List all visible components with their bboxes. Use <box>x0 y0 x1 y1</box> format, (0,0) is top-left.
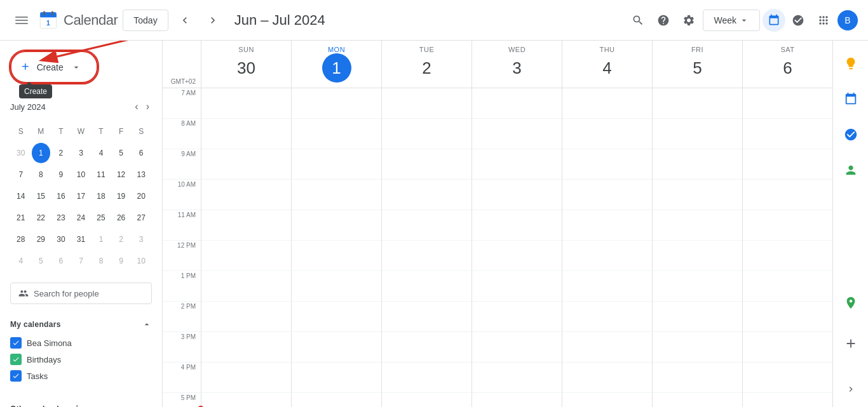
mini-day[interactable]: 5 <box>112 143 131 163</box>
calendar-item-bea-simona[interactable]: Bea Simona <box>10 335 152 351</box>
grid-cell[interactable] <box>742 119 832 149</box>
expand-right-button[interactable] <box>838 377 864 402</box>
grid-cell[interactable] <box>291 149 381 180</box>
grid-cell[interactable] <box>291 180 381 210</box>
calendar-item-tasks[interactable]: Tasks <box>10 368 152 384</box>
mini-day[interactable]: 2 <box>51 143 71 163</box>
help-button[interactable] <box>652 9 675 32</box>
grid-cell[interactable] <box>652 210 742 241</box>
other-calendars-header[interactable]: Other calendars + <box>10 394 152 407</box>
grid-cell[interactable] <box>742 180 832 210</box>
avatar[interactable]: B <box>837 10 858 30</box>
calendar-item-birthdays[interactable]: Birthdays <box>10 351 152 368</box>
grid-cell[interactable] <box>742 88 832 119</box>
next-button[interactable] <box>201 9 224 32</box>
tasks-view-button[interactable] <box>787 9 810 32</box>
mini-day[interactable]: 14 <box>11 186 31 206</box>
fri-num[interactable]: 5 <box>683 53 712 83</box>
grid-cell[interactable] <box>742 149 832 180</box>
grid-cell[interactable] <box>652 180 742 210</box>
tasks-side-button[interactable] <box>838 122 864 147</box>
grid-cell[interactable] <box>201 210 291 241</box>
mini-day[interactable]: 22 <box>32 208 51 228</box>
mini-day[interactable]: 13 <box>132 164 151 185</box>
grid-cell[interactable] <box>291 241 381 271</box>
mini-day[interactable]: 7 <box>72 251 91 271</box>
menu-button[interactable] <box>10 9 33 32</box>
grid-cell[interactable] <box>652 302 742 332</box>
mini-day[interactable]: 9 <box>112 251 131 271</box>
mini-day[interactable]: 10 <box>132 251 151 271</box>
mini-day[interactable]: 30 <box>11 143 31 163</box>
mini-day[interactable]: 30 <box>51 229 71 250</box>
today-button[interactable]: Today <box>123 10 168 31</box>
view-selector[interactable]: Week <box>703 10 760 31</box>
grid-cell[interactable] <box>381 241 471 271</box>
mini-day[interactable]: 15 <box>32 186 51 206</box>
grid-cell[interactable] <box>291 332 381 363</box>
grid-cell[interactable] <box>652 241 742 271</box>
mini-day[interactable]: 1 <box>32 143 51 163</box>
mini-day[interactable]: 21 <box>11 208 31 228</box>
grid-cell[interactable] <box>471 302 562 332</box>
my-calendars-header[interactable]: My calendars <box>10 314 152 335</box>
mini-day[interactable]: 4 <box>11 251 31 271</box>
grid-cell[interactable] <box>471 241 562 271</box>
grid-cell[interactable] <box>471 332 562 363</box>
mini-day[interactable]: 8 <box>32 164 51 185</box>
grid-cell[interactable] <box>652 88 742 119</box>
grid-cell[interactable] <box>471 393 562 407</box>
mon-num[interactable]: 1 <box>322 53 351 83</box>
mini-day[interactable]: 19 <box>112 186 131 206</box>
grid-cell[interactable] <box>562 241 652 271</box>
grid-cell[interactable] <box>562 149 652 180</box>
grid-cell[interactable] <box>742 271 832 302</box>
mini-day[interactable]: 25 <box>92 208 111 228</box>
mini-day[interactable]: 7 <box>11 164 31 185</box>
mini-day[interactable]: 16 <box>51 186 71 206</box>
mini-day[interactable]: 10 <box>72 164 91 185</box>
tue-num[interactable]: 2 <box>412 53 442 83</box>
grid-cell[interactable] <box>471 88 562 119</box>
grid-cell[interactable] <box>471 149 562 180</box>
grid-cell[interactable] <box>381 271 471 302</box>
mini-day[interactable]: 31 <box>72 229 91 250</box>
grid-cell[interactable] <box>742 210 832 241</box>
grid-cell[interactable] <box>291 363 381 393</box>
grid-cell[interactable] <box>201 393 291 407</box>
mini-day[interactable]: 23 <box>51 208 71 228</box>
thu-num[interactable]: 4 <box>593 53 622 83</box>
search-button[interactable] <box>627 9 649 32</box>
grid-cell[interactable] <box>471 210 562 241</box>
grid-cell[interactable] <box>291 119 381 149</box>
grid-cell[interactable] <box>471 363 562 393</box>
apps-button[interactable] <box>812 9 835 32</box>
mini-day[interactable]: 11 <box>92 164 111 185</box>
grid-cell[interactable] <box>562 363 652 393</box>
grid-cell[interactable] <box>742 332 832 363</box>
mini-day[interactable]: 29 <box>32 229 51 250</box>
grid-cell[interactable] <box>652 149 742 180</box>
grid-cell[interactable] <box>201 149 291 180</box>
prev-button[interactable] <box>173 9 196 32</box>
grid-cell[interactable] <box>471 180 562 210</box>
calendar-side-button[interactable] <box>838 86 864 112</box>
grid-cell[interactable] <box>201 119 291 149</box>
birthdays-checkbox[interactable] <box>10 354 22 365</box>
grid-cell[interactable] <box>201 302 291 332</box>
maps-side-button[interactable] <box>838 290 864 316</box>
grid-cell[interactable] <box>652 332 742 363</box>
mini-day[interactable]: 4 <box>92 143 111 163</box>
grid-cell[interactable] <box>381 332 471 363</box>
grid-cell[interactable] <box>652 271 742 302</box>
mini-day[interactable]: 3 <box>72 143 91 163</box>
contacts-side-button[interactable] <box>838 157 864 183</box>
grid-cell[interactable] <box>652 119 742 149</box>
mini-day[interactable]: 28 <box>11 229 31 250</box>
grid-cell[interactable] <box>291 302 381 332</box>
mini-day[interactable]: 26 <box>112 208 131 228</box>
grid-cell[interactable] <box>201 241 291 271</box>
grid-cell[interactable] <box>201 180 291 210</box>
grid-cell[interactable] <box>291 393 381 407</box>
mini-day[interactable]: 17 <box>72 186 91 206</box>
